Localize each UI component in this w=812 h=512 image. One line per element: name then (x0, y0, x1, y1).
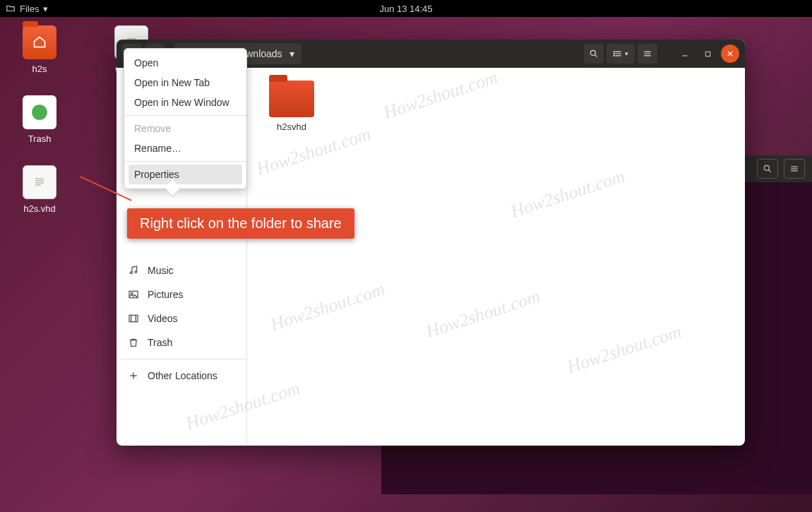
picture-icon (128, 289, 139, 300)
sidebar-item-trash[interactable]: Trash (117, 331, 246, 355)
sidebar-item-music[interactable]: Music (117, 258, 246, 282)
folder-item-h2svhd[interactable]: h2svhd (260, 81, 323, 132)
svg-point-28 (130, 272, 132, 274)
sidebar-item-pictures[interactable]: Pictures (117, 282, 246, 306)
trash-icon (23, 95, 56, 129)
hamburger-button[interactable] (638, 44, 657, 64)
svg-point-8 (764, 165, 769, 170)
svg-point-29 (135, 271, 137, 273)
menu-item-open-window[interactable]: Open in New Window (124, 93, 246, 112)
desktop-icon-h2svhd[interactable]: h2s.vhd (11, 165, 68, 214)
icon-label: Trash (28, 133, 52, 144)
separator (117, 359, 246, 359)
sidebar-item-label: Trash (148, 337, 172, 348)
app-menu[interactable]: Files ▾ (6, 4, 48, 14)
top-menu-bar: Files ▾ Jun 13 14:45 (0, 0, 812, 17)
svg-line-14 (595, 55, 597, 57)
plus-icon (128, 370, 139, 381)
separator (124, 161, 246, 162)
svg-point-19 (614, 53, 614, 54)
music-icon (128, 265, 139, 276)
close-button[interactable] (721, 44, 739, 63)
menu-item-open-tab[interactable]: Open in New Tab (124, 73, 246, 93)
sidebar-item-other-locations[interactable]: Other Locations (117, 364, 246, 388)
sidebar-item-label: Other Locations (148, 370, 217, 381)
separator (124, 115, 246, 116)
trash-icon (128, 337, 139, 348)
folder-icon (23, 25, 56, 59)
menu-item-open[interactable]: Open (124, 53, 246, 73)
clock[interactable]: Jun 13 14:45 (379, 4, 432, 14)
minimize-button[interactable] (676, 44, 694, 63)
view-list-button[interactable]: ▾ (607, 44, 635, 64)
search-button[interactable] (584, 44, 604, 64)
sidebar-item-label: Videos (148, 313, 178, 324)
maximize-button[interactable] (698, 44, 717, 63)
sidebar-item-label: Music (148, 265, 174, 276)
video-icon (128, 313, 139, 324)
svg-point-20 (614, 55, 614, 56)
context-menu: Open Open in New Tab Open in New Window … (124, 48, 247, 189)
menu-item-remove: Remove (124, 119, 246, 138)
svg-line-9 (769, 170, 771, 172)
menu-item-properties[interactable]: Properties (129, 165, 242, 184)
hamburger-button[interactable] (784, 159, 805, 179)
svg-point-13 (590, 50, 595, 55)
icon-label: h2s.vhd (23, 203, 56, 214)
folder-icon (6, 4, 16, 13)
chevron-down-icon: ▾ (43, 4, 48, 14)
icon-label: h2s (32, 64, 47, 74)
chevron-down-icon: ▾ (625, 50, 628, 57)
menu-item-rename[interactable]: Rename… (124, 138, 246, 158)
svg-rect-32 (129, 315, 138, 321)
annotation-callout: Right click on the folder to share (127, 208, 354, 239)
chevron-down-icon[interactable]: ▾ (289, 48, 294, 59)
svg-point-18 (614, 52, 614, 52)
desktop-icon-trash[interactable]: Trash (11, 95, 68, 144)
search-button[interactable] (757, 159, 778, 179)
file-view[interactable]: h2svhd (247, 68, 745, 446)
file-label: h2svhd (277, 121, 306, 132)
sidebar-item-label: Pictures (148, 289, 184, 300)
desktop-icon-h2s[interactable]: h2s (11, 25, 68, 74)
file-icon (23, 165, 56, 199)
app-menu-label: Files (20, 4, 39, 14)
sidebar-item-videos[interactable]: Videos (117, 306, 246, 331)
folder-icon (269, 81, 314, 117)
svg-rect-25 (705, 52, 710, 56)
